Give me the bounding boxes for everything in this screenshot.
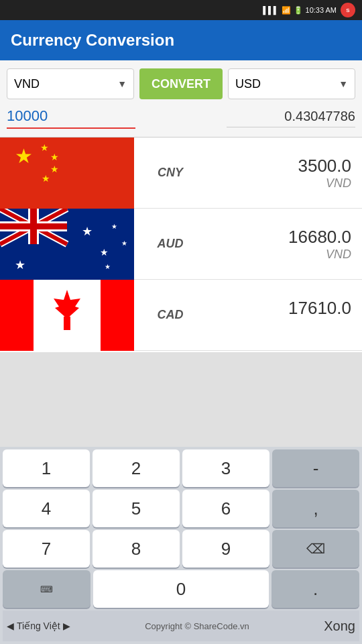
cad-values: 17610.0 VND (206, 298, 362, 333)
lang-switch[interactable]: ◀ Tiếng Việt ▶ (7, 621, 70, 631)
aud-amount: 16680.0 (206, 227, 351, 248)
svg-text:★: ★ (100, 247, 109, 258)
svg-text:★: ★ (50, 164, 59, 174)
svg-text:★: ★ (82, 225, 93, 238)
keyboard-row-1: 1 2 3 - (3, 449, 359, 487)
key-5[interactable]: 5 (93, 490, 180, 527)
key-7[interactable]: 7 (3, 530, 90, 568)
svg-text:★: ★ (105, 263, 111, 270)
keyboard-bottom-row: ◀ Tiếng Việt ▶ Copyright © ShareCode.vn … (3, 610, 359, 641)
svg-text:★: ★ (42, 173, 50, 184)
keyboard-row-4: ⌨ 0 . (3, 570, 359, 608)
svg-text:★: ★ (15, 258, 25, 272)
list-item[interactable]: CAD 17610.0 VND (0, 280, 362, 351)
australia-flag-icon: ★ ★ ★ ★ ★ ★ (0, 209, 134, 280)
canada-flag-icon (0, 280, 134, 351)
key-lang[interactable]: ⌨ (3, 570, 90, 608)
australia-flag-container: ★ ★ ★ ★ ★ ★ (0, 209, 134, 280)
key-2[interactable]: 2 (93, 449, 180, 487)
cad-code: CAD (134, 308, 206, 322)
key-dot[interactable]: . (272, 570, 359, 608)
copyright-text: Copyright © ShareCode.vn (145, 621, 249, 631)
from-currency-label: VND (14, 77, 40, 91)
cny-values: 3500.0 VND (206, 156, 362, 191)
result-display: 0.43047786 (227, 106, 355, 127)
amount-input[interactable] (7, 105, 135, 129)
key-0[interactable]: 0 (93, 570, 269, 608)
svg-text:★: ★ (15, 145, 33, 167)
signal-icon: ▌▌▌ (263, 6, 278, 14)
wifi-icon: 📶 (282, 6, 291, 15)
title-bar: Currency Conversion (0, 20, 362, 60)
key-4[interactable]: 4 (3, 490, 90, 527)
time-display: 10:33 AM (306, 6, 337, 14)
convert-button[interactable]: CONVERT (139, 68, 223, 99)
status-bar: ▌▌▌ 📶 🔋 10:33 AM S (0, 0, 362, 20)
svg-rect-15 (0, 223, 67, 229)
key-backspace[interactable]: ⌫ (272, 530, 359, 568)
keyboard-row-2: 4 5 6 , (3, 490, 359, 527)
list-item[interactable]: ★ ★ ★ ★ ★ ★ AUD 16680.0 VND (0, 209, 362, 280)
from-currency-select[interactable]: VND ▼ (7, 68, 134, 99)
brand-logo: S (341, 3, 355, 17)
key-comma[interactable]: , (272, 490, 359, 527)
key-9[interactable]: 9 (182, 530, 269, 568)
status-icons: ▌▌▌ 📶 🔋 10:33 AM (263, 6, 337, 15)
to-currency-arrow: ▼ (339, 78, 348, 89)
input-row: 0.43047786 (7, 105, 355, 129)
svg-rect-23 (0, 280, 34, 351)
cny-code: CNY (134, 166, 206, 180)
svg-text:★: ★ (50, 152, 59, 162)
converter-row: VND ▼ CONVERT USD ▼ (7, 68, 355, 99)
list-item[interactable]: ★ ★ ★ ★ ★ CNY 3500.0 VND (0, 138, 362, 209)
china-flag-icon: ★ ★ ★ ★ ★ (0, 138, 134, 209)
keyboard-row-3: 7 8 9 ⌫ (3, 530, 359, 568)
lang-arrow-left: ◀ (7, 621, 14, 631)
svg-text:★: ★ (40, 142, 49, 153)
aud-unit: VND (206, 248, 351, 262)
currency-list: ★ ★ ★ ★ ★ CNY 3500.0 VND (0, 138, 362, 352)
cad-amount: 17610.0 (206, 298, 351, 319)
svg-text:★: ★ (111, 223, 117, 230)
done-button[interactable]: Xong (324, 619, 355, 634)
cny-unit: VND (206, 176, 351, 191)
lang-arrow-right: ▶ (63, 621, 70, 631)
cny-amount: 3500.0 (206, 156, 351, 176)
battery-icon: 🔋 (294, 6, 303, 15)
key-dash[interactable]: - (272, 449, 359, 487)
to-currency-select[interactable]: USD ▼ (228, 68, 355, 99)
to-currency-label: USD (235, 77, 261, 91)
converter-section: VND ▼ CONVERT USD ▼ 0.43047786 (0, 60, 362, 138)
svg-text:★: ★ (121, 239, 127, 247)
canada-flag-container (0, 280, 134, 351)
key-3[interactable]: 3 (182, 449, 269, 487)
page-title: Currency Conversion (11, 31, 174, 50)
china-flag-container: ★ ★ ★ ★ ★ (0, 138, 134, 209)
svg-rect-25 (64, 317, 70, 330)
aud-values: 16680.0 VND (206, 227, 362, 262)
key-1[interactable]: 1 (3, 449, 90, 487)
svg-rect-24 (101, 280, 134, 351)
aud-code: AUD (134, 237, 206, 251)
key-6[interactable]: 6 (182, 490, 269, 527)
key-8[interactable]: 8 (93, 530, 180, 568)
lang-label: Tiếng Việt (17, 621, 60, 631)
keyboard: 1 2 3 - 4 5 6 , 7 8 9 ⌫ ⌨ 0 . ◀ Tiếng Vi… (0, 447, 362, 644)
from-currency-arrow: ▼ (117, 78, 127, 89)
